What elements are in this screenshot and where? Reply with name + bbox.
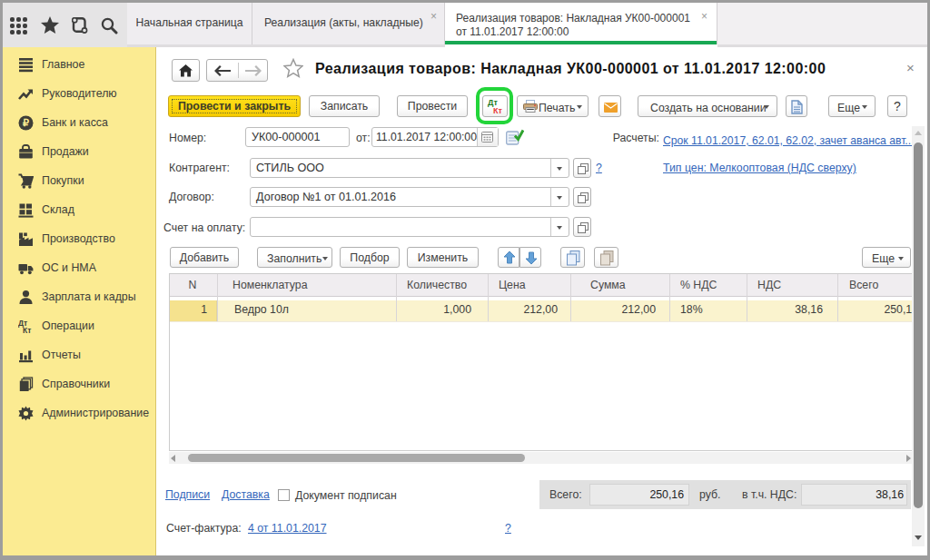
svg-text:Кт: Кт: [23, 326, 31, 334]
svg-text:₽: ₽: [23, 117, 29, 128]
